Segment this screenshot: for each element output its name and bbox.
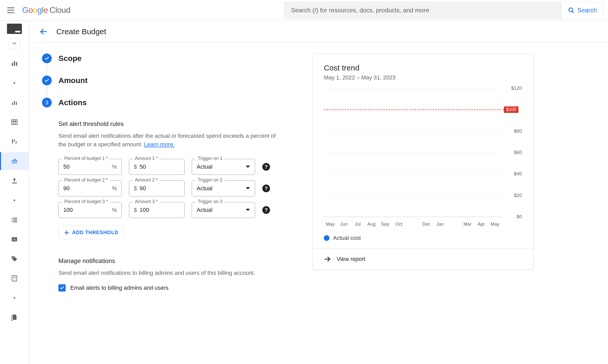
billing-card-icon[interactable] — [7, 24, 22, 34]
search-input[interactable]: Search (/) for resources, docs, products… — [284, 2, 561, 19]
hamburger-icon[interactable] — [7, 7, 14, 13]
svg-line-1 — [572, 11, 574, 13]
page-header: Create Budget — [29, 21, 608, 43]
page-title: Create Budget — [56, 27, 106, 36]
logo-cloud: Cloud — [49, 5, 70, 15]
rail-dropdown[interactable] — [8, 39, 20, 43]
search-button[interactable]: Search — [561, 2, 603, 19]
logo[interactable]: Google Cloud — [22, 5, 70, 15]
search-button-label: Search — [577, 7, 597, 14]
left-rail: % — [0, 21, 29, 43]
search-icon — [568, 7, 575, 14]
svg-point-0 — [569, 8, 573, 12]
topbar: Google Cloud Search (/) for resources, d… — [0, 0, 608, 21]
chevron-down-icon — [12, 42, 16, 43]
search: Search (/) for resources, docs, products… — [284, 2, 603, 19]
back-arrow-icon[interactable] — [39, 28, 48, 36]
